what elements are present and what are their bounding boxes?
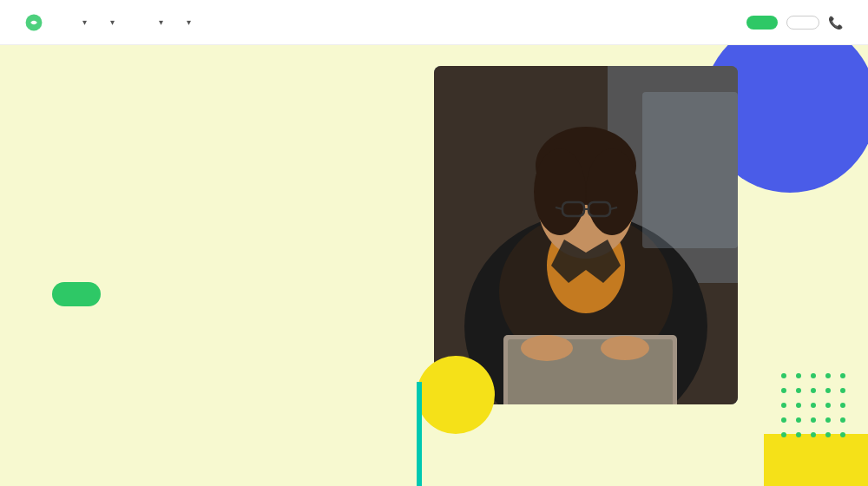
logo[interactable] <box>21 13 43 32</box>
nav-links: ▾ ▾ ▾ ▾ <box>71 12 746 32</box>
get-demo-button[interactable] <box>746 16 778 30</box>
nav-item-integrations[interactable]: ▾ <box>99 12 123 32</box>
navbar: ▾ ▾ ▾ ▾ 📞 <box>0 0 868 45</box>
nav-item-customers[interactable] <box>127 17 144 28</box>
hero-section: // Generate dots const dotsContainer = d… <box>0 45 868 486</box>
nav-actions: 📞 <box>746 16 847 30</box>
hero-left <box>0 45 417 486</box>
teal-line-decoration <box>417 382 422 486</box>
svg-point-17 <box>521 335 573 361</box>
nav-item-resources[interactable]: ▾ <box>148 12 172 32</box>
svg-point-18 <box>601 336 649 360</box>
chevron-down-icon: ▾ <box>159 17 163 27</box>
svg-rect-19 <box>642 92 738 248</box>
svg-point-8 <box>534 148 586 235</box>
svg-point-9 <box>586 148 638 235</box>
nav-item-company[interactable]: ▾ <box>175 12 200 32</box>
hero-image <box>434 66 738 404</box>
chevron-down-icon: ▾ <box>110 17 115 27</box>
phone-link[interactable]: 📞 <box>828 16 847 30</box>
hero-right: // Generate dots const dotsContainer = d… <box>417 45 868 486</box>
green-dots-decoration: // Generate dots const dotsContainer = d… <box>781 373 851 443</box>
hero-image-svg <box>434 66 738 404</box>
nav-item-product[interactable]: ▾ <box>71 12 95 32</box>
login-button[interactable] <box>786 16 819 30</box>
yellow-semicircle-decoration <box>417 356 495 434</box>
chevron-down-icon: ▾ <box>187 17 191 27</box>
phone-icon: 📞 <box>828 16 843 30</box>
logo-icon <box>24 13 43 32</box>
chevron-down-icon: ▾ <box>82 17 87 27</box>
hero-demo-button[interactable] <box>52 282 101 306</box>
